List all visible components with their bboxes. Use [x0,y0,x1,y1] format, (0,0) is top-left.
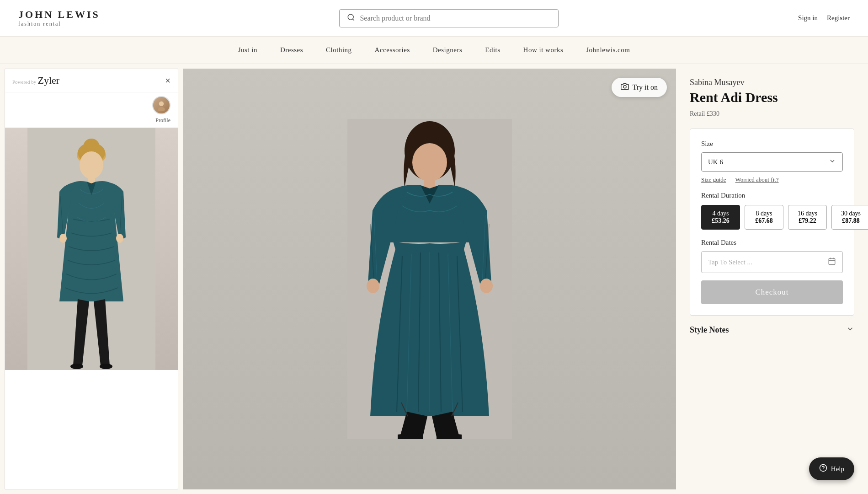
style-notes-chevron[interactable] [846,325,854,335]
duration-4-days-label: 4 days [708,210,733,217]
search-bar[interactable] [339,9,559,27]
auth-links: Sign in Register [798,14,850,22]
rental-duration-label: Rental Duration [701,192,843,199]
logo-sub: fashion rental [18,21,61,27]
calendar-icon [828,257,836,267]
size-dropdown[interactable]: UK 6 [701,152,843,172]
nav-clothing[interactable]: Clothing [326,46,352,54]
duration-options: 4 days £53.26 8 days £67.68 16 days £79.… [701,205,843,230]
duration-8-days[interactable]: 8 days £67.68 [745,205,783,230]
retail-price: Retail £330 [690,110,854,118]
checkout-button[interactable]: Checkout [701,280,843,304]
product-image-panel: Try it on [183,69,676,489]
signin-link[interactable]: Sign in [798,14,818,22]
svg-point-3 [158,107,165,111]
size-links: Size guide Worried about fit? [701,176,843,183]
header: JOHN LEWIS fashion rental Sign in Regist… [0,0,868,37]
worried-fit-link[interactable]: Worried about fit? [735,176,779,183]
svg-point-20 [367,279,379,293]
help-circle-icon [819,464,827,474]
duration-16-days-label: 16 days [795,210,820,217]
duration-30-days[interactable]: 30 days £87.88 [831,205,868,230]
style-notes-label: Style Notes [690,325,729,335]
nav-dresses[interactable]: Dresses [280,46,303,54]
svg-rect-23 [829,258,835,265]
main-nav: Just in Dresses Clothing Accessories Des… [0,37,868,64]
help-label: Help [831,465,844,473]
svg-point-18 [412,143,447,182]
size-guide-link[interactable]: Size guide [701,176,726,183]
svg-point-2 [159,102,164,106]
duration-8-days-label: 8 days [751,210,777,217]
profile-label: Profile [155,117,170,124]
powered-by-label: Powered by [12,79,36,85]
size-label: Size [701,140,843,148]
svg-line-1 [353,19,354,20]
nav-how-it-works[interactable]: How it works [523,46,564,54]
options-card: Size UK 6 Size guide Worried about fit? … [690,129,854,316]
duration-4-days-price: £53.26 [708,217,733,225]
nav-just-in[interactable]: Just in [238,46,257,54]
nav-designers[interactable]: Designers [433,46,463,54]
brand-name: Sabina Musayev [690,78,854,87]
logo: JOHN LEWIS fashion rental [18,9,100,27]
try-on-button[interactable]: Try it on [612,78,667,97]
svg-point-21 [480,279,493,293]
zyler-close-button[interactable]: × [165,76,170,85]
avatar[interactable] [152,96,170,114]
nav-edits[interactable]: Edits [485,46,500,54]
camera-icon [621,82,629,92]
zyler-logo: Zyler [38,75,60,86]
svg-rect-11 [74,364,80,369]
svg-point-22 [623,86,626,88]
svg-point-0 [348,14,354,20]
product-image-bg [183,69,676,489]
size-value: UK 6 [708,158,723,166]
svg-point-15 [116,234,123,243]
duration-4-days[interactable]: 4 days £53.26 [701,205,740,230]
zyler-header: Powered by Zyler × [5,69,178,92]
zyler-brand: Powered by Zyler [12,75,59,86]
duration-30-days-price: £87.88 [838,217,863,225]
nav-johnlewis[interactable]: Johnlewis.com [586,46,630,54]
zyler-profile-row: Profile [5,92,178,128]
duration-30-days-label: 30 days [838,210,863,217]
product-details: Sabina Musayev Rent Adi Dress Retail £33… [676,64,868,494]
logo-main: JOHN LEWIS [18,9,100,21]
duration-16-days[interactable]: 16 days £79.22 [788,205,827,230]
svg-rect-13 [103,364,109,369]
nav-accessories[interactable]: Accessories [375,46,410,54]
avatar-image [153,97,170,113]
svg-point-8 [80,151,103,179]
svg-point-14 [59,234,67,243]
date-input[interactable]: Tap To Select ... [701,251,843,273]
rental-dates-label: Rental Dates [701,239,843,247]
main-content: Powered by Zyler × Profile [0,64,868,494]
duration-8-days-price: £67.68 [751,217,777,225]
search-icon [347,13,355,23]
product-title: Rent Adi Dress [690,89,854,106]
date-placeholder: Tap To Select ... [708,258,752,266]
zyler-model-image [5,128,178,370]
try-on-label: Try it on [633,83,658,91]
help-button[interactable]: Help [809,457,854,480]
chevron-down-icon [829,157,836,166]
search-input[interactable] [360,14,551,22]
register-link[interactable]: Register [827,14,850,22]
duration-16-days-price: £79.22 [795,217,820,225]
style-notes-section: Style Notes [690,325,854,335]
zyler-panel: Powered by Zyler × Profile [5,69,178,489]
